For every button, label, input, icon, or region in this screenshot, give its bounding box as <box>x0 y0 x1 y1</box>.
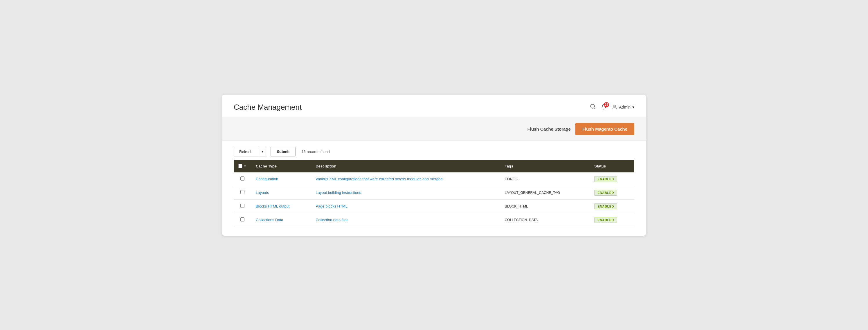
status-badge: ENABLED <box>594 190 617 196</box>
tag-cell: CONFIG <box>500 172 590 186</box>
th-dropdown-arrow-icon[interactable]: ▼ <box>244 165 246 168</box>
status-badge: ENABLED <box>594 203 617 209</box>
cache-type-link[interactable]: Blocks HTML output <box>256 204 290 208</box>
row-checkbox-3[interactable] <box>240 218 244 222</box>
th-tags: Tags <box>500 160 590 172</box>
row-checkbox-1[interactable] <box>240 190 244 194</box>
svg-point-2 <box>614 105 615 107</box>
records-found-label: 16 records found <box>301 150 330 154</box>
th-cache-type: Cache Type <box>251 160 311 172</box>
toolbar: Refresh ▼ Submit 16 records found <box>222 140 646 160</box>
admin-arrow-icon: ▾ <box>632 105 634 109</box>
table-row: ConfigurationVarious XML configurations … <box>234 172 634 186</box>
table-row: Blocks HTML outputPage blocks HTMLBLOCK_… <box>234 199 634 213</box>
row-checkbox-2[interactable] <box>240 204 244 208</box>
cache-type-link[interactable]: Layouts <box>256 190 269 195</box>
th-status: Status <box>590 160 634 172</box>
tag-cell: BLOCK_HTML <box>500 199 590 213</box>
svg-line-1 <box>594 107 595 108</box>
refresh-button[interactable]: Refresh <box>234 147 258 156</box>
description-link[interactable]: Layout building instructions <box>315 190 361 195</box>
admin-menu[interactable]: Admin ▾ <box>612 104 634 110</box>
cache-type-link[interactable]: Configuration <box>256 177 278 181</box>
table-row: Collections DataCollection data filesCOL… <box>234 213 634 227</box>
search-icon[interactable] <box>590 104 596 111</box>
notification-count: 39 <box>604 102 609 107</box>
notification-bell[interactable]: 39 <box>601 104 607 110</box>
page-title: Cache Management <box>234 103 302 112</box>
refresh-group: Refresh ▼ <box>234 147 267 157</box>
tag-cell: COLLECTION_DATA <box>500 213 590 227</box>
admin-label: Admin <box>619 105 630 109</box>
cache-type-link[interactable]: Collections Data <box>256 218 283 222</box>
table-row: LayoutsLayout building instructionsLAYOU… <box>234 186 634 199</box>
cache-table-container: ▼ Cache Type Description Tags Status Con… <box>222 160 646 227</box>
description-link[interactable]: Page blocks HTML <box>315 204 347 208</box>
row-checkbox-0[interactable] <box>240 176 244 180</box>
action-bar: Flush Cache Storage Flush Magento Cache <box>222 118 646 140</box>
submit-button[interactable]: Submit <box>271 147 296 157</box>
header-actions: 39 Admin ▾ <box>590 104 634 111</box>
page-header: Cache Management 39 Admin ▾ <box>222 95 646 118</box>
tag-cell: LAYOUT_GENERAL_CACHE_TAG <box>500 186 590 199</box>
th-checkbox: ▼ <box>234 160 251 172</box>
cache-table: ▼ Cache Type Description Tags Status Con… <box>234 160 634 227</box>
flush-magento-cache-button[interactable]: Flush Magento Cache <box>576 123 634 135</box>
status-badge: ENABLED <box>594 176 617 182</box>
select-all-checkbox[interactable] <box>238 164 242 168</box>
description-link[interactable]: Various XML configurations that were col… <box>315 177 442 181</box>
th-description: Description <box>311 160 500 172</box>
status-badge: ENABLED <box>594 217 617 223</box>
cache-management-card: Cache Management 39 Admin ▾ <box>222 95 646 236</box>
table-header-row: ▼ Cache Type Description Tags Status <box>234 160 634 172</box>
refresh-dropdown-button[interactable]: ▼ <box>258 147 267 156</box>
flush-cache-storage-button[interactable]: Flush Cache Storage <box>527 124 571 134</box>
description-link[interactable]: Collection data files <box>315 218 348 222</box>
